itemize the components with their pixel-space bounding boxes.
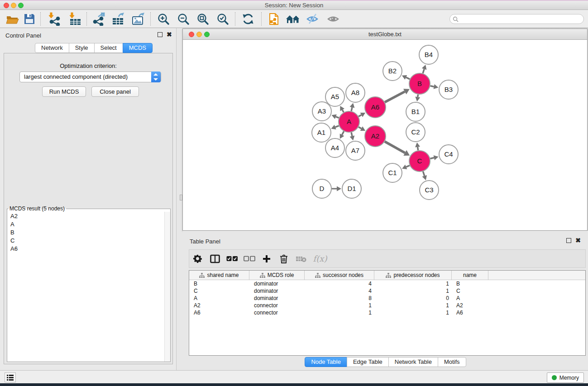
graph-canvas[interactable]: AA1A2A3A4A5A6A7A8BB1B2B3B4CC1C2C3C4DD1 <box>183 40 587 230</box>
graph-node-A2[interactable]: A2 <box>365 126 386 147</box>
result-item[interactable]: C <box>7 236 170 244</box>
home-icon[interactable] <box>285 11 301 27</box>
export-table-icon[interactable] <box>110 11 126 27</box>
task-history-button[interactable] <box>5 372 16 382</box>
graph-node-A1[interactable]: A1 <box>312 123 331 142</box>
table-row[interactable]: Cdominator41C <box>189 287 585 295</box>
deselect-all-icon[interactable] <box>241 256 258 262</box>
graph-node-C2[interactable]: C2 <box>406 123 425 142</box>
float-panel-icon[interactable] <box>158 32 163 37</box>
settings-gear-icon[interactable] <box>189 254 206 263</box>
graph-edge-B-B4[interactable] <box>423 69 424 73</box>
tab-style[interactable]: Style <box>69 43 95 53</box>
table-row[interactable]: A2connector11A2 <box>189 302 585 309</box>
select-all-icon[interactable] <box>224 256 241 262</box>
graph-edge-B-B1[interactable] <box>418 95 418 97</box>
close-panel-icon[interactable]: ✖ <box>167 32 172 37</box>
graph-edge-C-C1[interactable] <box>406 166 410 167</box>
graph-edge-A2-C[interactable] <box>385 142 405 153</box>
column-header-MCDS-role[interactable]: MCDS role <box>249 271 305 280</box>
graph-edge-C-C3[interactable] <box>423 172 424 176</box>
graph-node-A3[interactable]: A3 <box>312 102 331 121</box>
graph-node-B[interactable]: B <box>409 73 430 94</box>
graph-node-A[interactable]: A <box>339 111 359 132</box>
criterion-dropdown[interactable]: largest connected component (directed) <box>19 71 161 82</box>
hide-selected-eye-icon[interactable] <box>305 11 320 27</box>
memory-button[interactable]: Memory <box>547 372 584 383</box>
graph-node-B1[interactable]: B1 <box>406 102 425 121</box>
graph-node-A8[interactable]: A8 <box>346 83 365 102</box>
graph-node-C3[interactable]: C3 <box>420 181 439 200</box>
zoom-traffic-light[interactable] <box>204 32 210 37</box>
float-panel-icon[interactable] <box>566 238 571 243</box>
graph-node-A6[interactable]: A6 <box>365 97 386 118</box>
graph-edge-A-A2[interactable] <box>359 127 361 129</box>
tab-network-table[interactable]: Network Table <box>388 357 438 367</box>
graph-node-C1[interactable]: C1 <box>383 163 402 182</box>
close-panel-icon[interactable]: ✖ <box>575 238 581 243</box>
result-item[interactable]: B <box>7 228 170 236</box>
graph-edge-A-A8[interactable] <box>351 107 352 111</box>
graph-node-B3[interactable]: B3 <box>439 80 458 99</box>
zoom-traffic-light[interactable] <box>18 3 24 8</box>
network-from-file-icon[interactable] <box>266 11 282 27</box>
graph-edge-A-A5[interactable] <box>342 110 344 112</box>
graph-edge-C-C4[interactable] <box>430 158 434 159</box>
graph-node-A4[interactable]: A4 <box>325 138 344 157</box>
delete-row-icon[interactable] <box>275 254 292 263</box>
result-item[interactable]: A <box>7 220 170 228</box>
graph-edge-A-A4[interactable] <box>342 131 344 135</box>
delete-table-icon[interactable] <box>292 255 310 262</box>
graph-node-A5[interactable]: A5 <box>325 87 344 106</box>
column-header-predecessor-nodes[interactable]: predecessor nodes <box>374 271 452 280</box>
close-panel-button[interactable]: Close panel <box>91 86 139 97</box>
graph-edge-B-B2[interactable] <box>406 77 410 79</box>
import-network-icon[interactable] <box>47 11 62 27</box>
search-input[interactable] <box>449 14 584 24</box>
close-traffic-light[interactable] <box>4 3 9 8</box>
run-mcds-button[interactable]: Run MCDS <box>42 86 86 97</box>
network-window-titlebar[interactable]: testGlobe.txt <box>183 29 587 40</box>
table-row[interactable]: Bdominator41B <box>189 280 585 287</box>
graph-edge-C-C2[interactable] <box>418 147 418 151</box>
graph-node-C[interactable]: C <box>409 151 430 172</box>
graph-node-C4[interactable]: C4 <box>439 145 458 164</box>
graph-edge-A-A3[interactable] <box>336 117 339 118</box>
result-list-scrollbar[interactable] <box>164 212 170 362</box>
zoom-in-icon[interactable] <box>156 11 171 27</box>
graph-edge-A-A6[interactable] <box>359 115 361 116</box>
vertical-scroll-nub[interactable] <box>180 195 182 200</box>
tab-edge-table[interactable]: Edge Table <box>347 357 389 367</box>
tab-select[interactable]: Select <box>94 43 123 53</box>
minimize-traffic-light[interactable] <box>196 32 202 37</box>
result-item[interactable]: A2 <box>7 212 170 220</box>
result-item[interactable]: A6 <box>7 244 170 253</box>
graph-node-D1[interactable]: D1 <box>342 179 361 198</box>
graph-node-B2[interactable]: B2 <box>383 62 402 81</box>
graph-edge-A-A7[interactable] <box>351 132 352 136</box>
refresh-icon[interactable] <box>240 11 256 27</box>
zoom-out-icon[interactable] <box>176 11 191 27</box>
graph-node-A7[interactable]: A7 <box>346 141 365 160</box>
tab-network[interactable]: Network <box>35 43 69 53</box>
graph-edge-B-B3[interactable] <box>430 86 434 87</box>
graph-node-B4[interactable]: B4 <box>419 45 438 64</box>
tab-motifs[interactable]: Motifs <box>438 357 466 367</box>
tab-node-table[interactable]: Node Table <box>305 357 347 367</box>
open-session-icon[interactable] <box>5 11 20 27</box>
tab-mcds[interactable]: MCDS <box>123 43 153 53</box>
add-row-icon[interactable] <box>258 254 275 263</box>
export-image-icon[interactable] <box>130 11 146 27</box>
table-row[interactable]: A6connector11A6 <box>189 309 585 316</box>
graph-edge-A6-B[interactable] <box>385 91 405 102</box>
column-header-shared-name[interactable]: shared name <box>189 271 249 280</box>
close-traffic-light[interactable] <box>189 32 194 37</box>
import-table-icon[interactable] <box>67 11 83 27</box>
zoom-selected-icon[interactable] <box>215 11 230 27</box>
table-row[interactable]: Adominator80A <box>189 295 585 302</box>
show-columns-icon[interactable] <box>206 254 224 263</box>
graph-edge-A-A1[interactable] <box>335 126 339 127</box>
zoom-fit-icon[interactable] <box>195 11 210 27</box>
minimize-traffic-light[interactable] <box>11 3 16 8</box>
graph-node-D[interactable]: D <box>312 179 331 198</box>
